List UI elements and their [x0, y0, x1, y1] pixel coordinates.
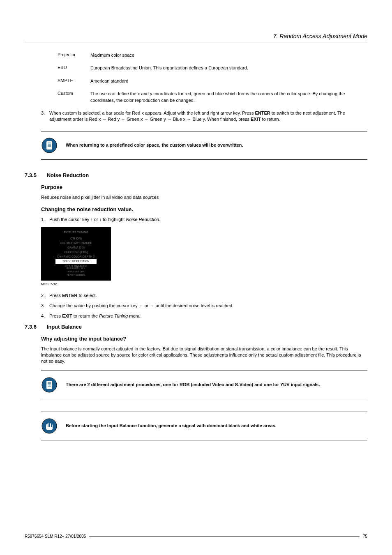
menu-item: GAMMA [2.5]: [45, 245, 107, 250]
note-icon: [41, 137, 58, 154]
footer-page-number: 75: [363, 534, 367, 539]
step-text: Press ENTER to select.: [49, 292, 367, 299]
page-footer: R5976654 SLM R12+ 27/01/2005 75: [25, 534, 367, 539]
purpose-heading: Purpose: [41, 184, 367, 190]
section-number: 7.3.5: [25, 172, 45, 178]
note-box-procedures: There are 2 different adjustment procedu…: [41, 371, 367, 399]
menu-footer: Select with ↑ or ↓ then <ENTER> <EXIT> t…: [42, 266, 111, 276]
hand-icon: [41, 418, 58, 434]
menu-item: CTI [ON]: [45, 236, 107, 241]
step-text: Press EXIT to return the Picture Tuning …: [49, 313, 367, 319]
menu-item-highlighted: NOISE REDUCTION: [55, 259, 97, 263]
step-item: 3. Change the value by pushing the curso…: [41, 303, 367, 309]
step-item: 4. Press EXIT to return the Picture Tuni…: [41, 313, 367, 319]
def-term: Projector: [58, 52, 90, 58]
note-box-overwrite: When returning to a predefined color spa…: [41, 131, 367, 160]
note-text: There are 2 different adjustment procedu…: [66, 382, 320, 388]
step-number: 1.: [41, 216, 49, 223]
section-heading-735: 7.3.5 Noise Reduction: [25, 172, 367, 178]
menu-item: COLOR TEMPERATURE: [45, 241, 107, 245]
menu-screenshot: PICTURE TUNING CTI [ON] COLOR TEMPERATUR…: [41, 227, 111, 281]
step-text: Push the cursor key ↑ or ↓ to highlight …: [49, 216, 367, 223]
def-row: EBU European Broadcasting Union. This or…: [58, 65, 367, 71]
section-heading-736: 7.3.6 Input Balance: [25, 324, 367, 330]
purpose-text: Reduces noise and pixel jitter in all vi…: [41, 194, 367, 200]
menu-items: CTI [ON] COLOR TEMPERATURE GAMMA [2.5] D…: [45, 236, 107, 268]
footer-line: [89, 534, 360, 537]
section-title: Input Balance: [47, 324, 82, 330]
def-term: Custom: [58, 91, 90, 104]
step-number: 3.: [41, 303, 49, 309]
why-text: The input balance is normally correct ad…: [41, 346, 367, 365]
menu-caption: Menu 7-32: [41, 282, 367, 286]
def-desc: The use can define the x and y coordinat…: [90, 91, 367, 104]
step-list-after: 2. Press ENTER to select. 3. Change the …: [41, 292, 367, 320]
def-desc: European Broadcasting Union. This organi…: [90, 65, 367, 71]
step-list: 1. Push the cursor key ↑ or ↓ to highlig…: [41, 216, 367, 223]
note-text: When returning to a predefined color spa…: [66, 142, 243, 148]
step-text: When custom is selected, a bar scale for…: [49, 110, 367, 123]
menu-item: DYNAMIC COLOR DEPTH 2: [45, 254, 107, 259]
step-number: 3.: [41, 110, 49, 123]
note-text: Before starting the Input Balance functi…: [66, 423, 277, 429]
note-box-signal: Before starting the Input Balance functi…: [41, 412, 367, 440]
def-desc: Maximum color space: [90, 52, 367, 58]
page-header: 7. Random Access Adjustment Mode: [25, 33, 367, 42]
definition-table: Projector Maximum color space EBU Europe…: [58, 52, 367, 104]
def-term: EBU: [58, 65, 90, 71]
section-title: Noise Reduction: [47, 172, 89, 178]
header-title: 7. Random Access Adjustment Mode: [273, 33, 367, 39]
footer-left: R5976654 SLM R12+ 27/01/2005: [25, 534, 86, 539]
note-icon: [41, 377, 58, 393]
menu-title: PICTURE TUNING: [45, 231, 107, 234]
why-heading: Why adjusting the input balance?: [41, 336, 367, 342]
def-row: Projector Maximum color space: [58, 52, 367, 58]
changing-heading: Changing the noise reduction value.: [41, 206, 367, 212]
def-row: SMPTE American standard: [58, 78, 367, 84]
def-term: SMPTE: [58, 78, 90, 84]
menu-item: DECODING [EBU]: [45, 250, 107, 254]
step-number: 4.: [41, 313, 49, 319]
step-item: 2. Press ENTER to select.: [41, 292, 367, 299]
step-text: Change the value by pushing the cursor k…: [49, 303, 367, 309]
step-3: 3. When custom is selected, a bar scale …: [41, 110, 367, 123]
def-row: Custom The use can define the x and y co…: [58, 91, 367, 104]
section-number: 7.3.6: [25, 324, 45, 330]
step-number: 2.: [41, 292, 49, 299]
step-item: 1. Push the cursor key ↑ or ↓ to highlig…: [41, 216, 367, 223]
def-desc: American standard: [90, 78, 367, 84]
